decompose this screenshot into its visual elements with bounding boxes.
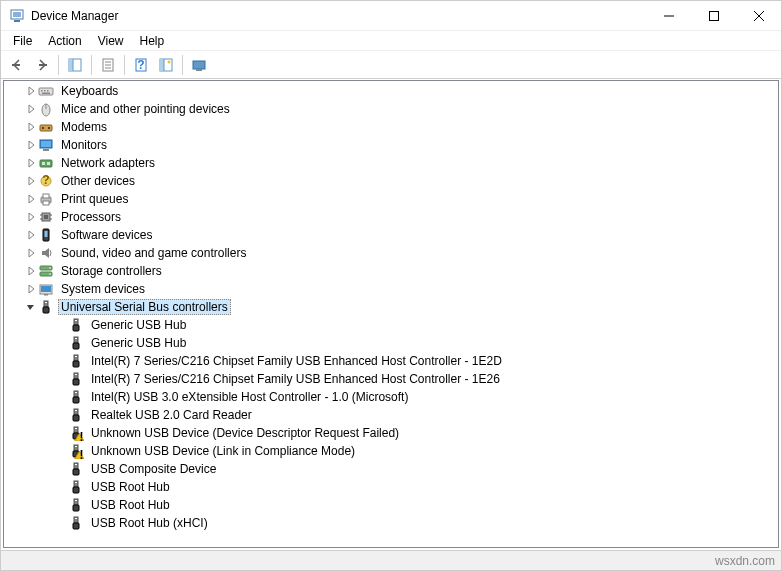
usb-icon: [68, 461, 84, 477]
tree-label: Intel(R) 7 Series/C216 Chipset Family US…: [88, 353, 505, 369]
menu-file[interactable]: File: [5, 32, 40, 50]
tree-category[interactable]: Monitors: [4, 136, 778, 154]
status-bar: wsxdn.com: [1, 550, 781, 570]
tree-label: Storage controllers: [58, 263, 165, 279]
usb-icon: [68, 389, 84, 405]
usb-icon: [68, 353, 84, 369]
device-tree[interactable]: KeyboardsMice and other pointing devices…: [3, 80, 779, 548]
help-button[interactable]: ?: [129, 53, 153, 77]
tree-category[interactable]: Keyboards: [4, 82, 778, 100]
tree-category[interactable]: Other devices: [4, 172, 778, 190]
tree-label: Generic USB Hub: [88, 335, 189, 351]
tree-label: System devices: [58, 281, 148, 297]
tree-device[interactable]: Intel(R) 7 Series/C216 Chipset Family US…: [4, 352, 778, 370]
tree-label: Intel(R) USB 3.0 eXtensible Host Control…: [88, 389, 411, 405]
tree-label: Universal Serial Bus controllers: [58, 299, 231, 315]
tree-device[interactable]: USB Root Hub: [4, 478, 778, 496]
svg-point-21: [168, 60, 171, 63]
svg-rect-2: [14, 20, 20, 22]
tree-device[interactable]: Unknown USB Device (Link in Compliance M…: [4, 442, 778, 460]
menu-action[interactable]: Action: [40, 32, 89, 50]
sound-icon: [38, 245, 54, 261]
tree-category[interactable]: Print queues: [4, 190, 778, 208]
software-icon: [38, 227, 54, 243]
svg-rect-23: [196, 69, 202, 71]
svg-text:?: ?: [137, 58, 144, 72]
svg-rect-7: [12, 64, 20, 66]
tree-device[interactable]: Intel(R) USB 3.0 eXtensible Host Control…: [4, 388, 778, 406]
tree-category[interactable]: Storage controllers: [4, 262, 778, 280]
tree-device[interactable]: Generic USB Hub: [4, 316, 778, 334]
tree-category[interactable]: Mice and other pointing devices: [4, 100, 778, 118]
properties-button[interactable]: [96, 53, 120, 77]
tree-device[interactable]: USB Root Hub: [4, 496, 778, 514]
usb-icon: [38, 299, 54, 315]
expander-icon[interactable]: [24, 174, 38, 188]
usb-icon: [68, 317, 84, 333]
storage-icon: [38, 263, 54, 279]
tree-category[interactable]: Universal Serial Bus controllers: [4, 298, 778, 316]
expander-icon[interactable]: [24, 156, 38, 170]
usb-icon: [68, 515, 84, 531]
expander-icon[interactable]: [24, 264, 38, 278]
expander-icon[interactable]: [24, 282, 38, 296]
close-button[interactable]: [736, 1, 781, 30]
tree-label: Mice and other pointing devices: [58, 101, 233, 117]
tree-label: Other devices: [58, 173, 138, 189]
app-icon: [9, 8, 25, 24]
expander-icon[interactable]: [24, 102, 38, 116]
tree-device[interactable]: USB Composite Device: [4, 460, 778, 478]
tree-device[interactable]: Realtek USB 2.0 Card Reader: [4, 406, 778, 424]
expander-icon[interactable]: [24, 138, 38, 152]
expander-icon[interactable]: [24, 84, 38, 98]
tree-device[interactable]: Intel(R) 7 Series/C216 Chipset Family US…: [4, 370, 778, 388]
menubar: File Action View Help: [1, 31, 781, 51]
tree-category[interactable]: Software devices: [4, 226, 778, 244]
svg-rect-8: [39, 64, 47, 66]
tree-label: Unknown USB Device (Link in Compliance M…: [88, 443, 358, 459]
tree-category[interactable]: System devices: [4, 280, 778, 298]
expander-icon[interactable]: [24, 246, 38, 260]
usb-icon: [68, 497, 84, 513]
tree-label: USB Root Hub (xHCI): [88, 515, 211, 531]
menu-view[interactable]: View: [90, 32, 132, 50]
menu-help[interactable]: Help: [132, 32, 173, 50]
expander-icon[interactable]: [24, 120, 38, 134]
tree-label: Print queues: [58, 191, 131, 207]
back-button[interactable]: [5, 53, 29, 77]
tree-device[interactable]: Generic USB Hub: [4, 334, 778, 352]
show-hidden-devices-button[interactable]: [187, 53, 211, 77]
expander-icon[interactable]: [24, 228, 38, 242]
usb-icon-warning: [68, 443, 84, 459]
toolbar-separator: [91, 55, 92, 75]
watermark-text: wsxdn.com: [715, 554, 775, 568]
printer-icon: [38, 191, 54, 207]
tree-label: USB Root Hub: [88, 479, 173, 495]
scan-hardware-button[interactable]: [154, 53, 178, 77]
tree-label: USB Composite Device: [88, 461, 219, 477]
usb-icon: [68, 407, 84, 423]
maximize-button[interactable]: [691, 1, 736, 30]
cpu-icon: [38, 209, 54, 225]
tree-category[interactable]: Modems: [4, 118, 778, 136]
tree-label: Intel(R) 7 Series/C216 Chipset Family US…: [88, 371, 503, 387]
tree-category[interactable]: Network adapters: [4, 154, 778, 172]
mouse-icon: [38, 101, 54, 117]
expander-icon[interactable]: [24, 192, 38, 206]
keyboard-icon: [38, 83, 54, 99]
tree-label: Network adapters: [58, 155, 158, 171]
expander-icon[interactable]: [24, 210, 38, 224]
toolbar-separator: [124, 55, 125, 75]
tree-category[interactable]: Sound, video and game controllers: [4, 244, 778, 262]
tree-label: Processors: [58, 209, 124, 225]
minimize-button[interactable]: [646, 1, 691, 30]
forward-button[interactable]: [30, 53, 54, 77]
expander-icon[interactable]: [24, 300, 38, 314]
tree-device[interactable]: USB Root Hub (xHCI): [4, 514, 778, 532]
show-hide-console-tree-button[interactable]: [63, 53, 87, 77]
tree-label: Modems: [58, 119, 110, 135]
toolbar: ?: [1, 51, 781, 79]
tree-category[interactable]: Processors: [4, 208, 778, 226]
tree-device[interactable]: Unknown USB Device (Device Descriptor Re…: [4, 424, 778, 442]
tree-label: Monitors: [58, 137, 110, 153]
